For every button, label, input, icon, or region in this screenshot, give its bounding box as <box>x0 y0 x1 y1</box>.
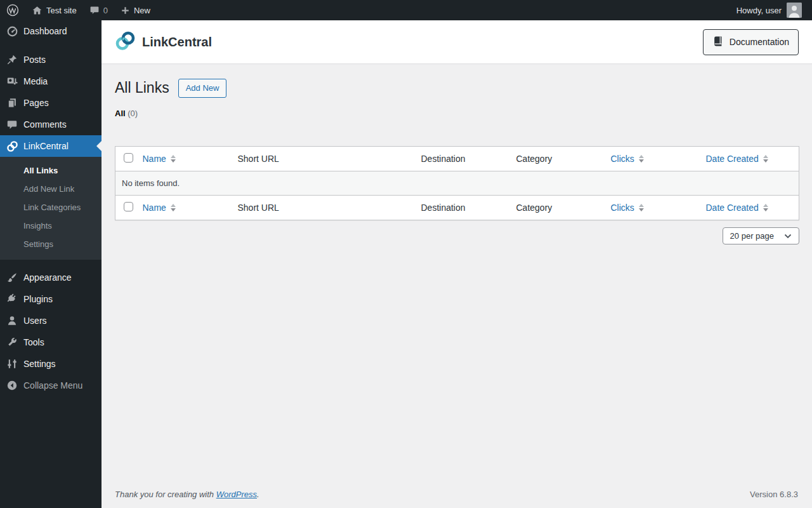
sidebar-item-posts[interactable]: Posts <box>0 49 102 70</box>
table-head: Name Short URL Destination Category Clic… <box>115 147 799 171</box>
column-category: Category <box>510 196 605 220</box>
sort-arrows-icon <box>171 204 176 211</box>
admin-bar: Test site 0 New Howdy, user <box>0 0 812 20</box>
menu-separator <box>0 260 102 267</box>
wordpress-link[interactable]: WordPress <box>216 490 257 499</box>
new-label: New <box>134 6 150 15</box>
submenu-item-link-categories[interactable]: Link Categories <box>0 198 102 217</box>
sort-arrows-icon <box>763 204 768 211</box>
sidebar-item-users[interactable]: Users <box>0 310 102 331</box>
sidebar-item-label: Media <box>23 76 48 86</box>
sidebar-item-label: Comments <box>23 119 67 130</box>
sidebar-item-appearance[interactable]: Appearance <box>0 267 102 288</box>
sidebar-item-plugins[interactable]: Plugins <box>0 288 102 310</box>
site-name-link[interactable]: Test site <box>25 0 83 20</box>
select-all-checkbox[interactable] <box>124 153 133 163</box>
links-table: Name Short URL Destination Category Clic… <box>115 146 799 220</box>
select-all-checkbox-bottom[interactable] <box>124 202 133 211</box>
column-destination: Destination <box>415 196 510 220</box>
sidebar-item-media[interactable]: Media <box>0 70 102 92</box>
sidebar-item-linkcentral[interactable]: LinkCentral <box>0 135 102 157</box>
column-name: Name <box>136 147 232 171</box>
filter-row: All (0) <box>115 109 799 118</box>
no-items-message: No items found. <box>115 171 799 196</box>
table-body: No items found. <box>115 171 799 196</box>
column-clicks: Clicks <box>605 147 700 171</box>
linkcentral-icon <box>6 140 18 152</box>
pagination-row: 20 per page <box>115 227 799 244</box>
avatar <box>787 3 802 18</box>
documentation-button[interactable]: Documentation <box>703 29 799 55</box>
submenu-item-settings[interactable]: Settings <box>0 235 102 253</box>
paintbrush-icon <box>6 271 18 284</box>
documentation-label: Documentation <box>730 37 789 47</box>
sidebar-item-tools[interactable]: Tools <box>0 331 102 353</box>
wordpress-menu-button[interactable] <box>0 0 25 20</box>
sidebar-item-label: Settings <box>23 359 56 369</box>
home-icon <box>32 5 43 16</box>
chevron-down-icon <box>784 231 792 241</box>
column-date-created: Date Created <box>700 147 799 171</box>
plugin-brand: LinkCentral <box>115 30 212 54</box>
page-footer: Thank you for creating with WordPress. V… <box>102 490 812 508</box>
select-all-cell <box>115 196 136 220</box>
sort-by-name-link[interactable]: Name <box>143 203 176 213</box>
per-page-select[interactable]: 20 per page <box>723 227 799 244</box>
plug-icon <box>6 293 18 305</box>
submenu-item-insights[interactable]: Insights <box>0 217 102 235</box>
column-destination: Destination <box>415 147 510 171</box>
howdy-text: Howdy, user <box>737 6 782 15</box>
footer-header-row: Name Short URL Destination Category Clic… <box>115 196 799 220</box>
column-short-url: Short URL <box>232 147 415 171</box>
collapse-arrow-icon <box>6 379 18 392</box>
media-icon <box>6 75 18 88</box>
footer-thanks: Thank you for creating with WordPress. <box>115 490 259 499</box>
sidebar-item-label: LinkCentral <box>23 141 69 151</box>
submenu-item-add-new-link[interactable]: Add New Link <box>0 180 102 198</box>
sidebar-item-dashboard[interactable]: Dashboard <box>0 20 102 42</box>
column-short-url: Short URL <box>232 196 415 220</box>
sort-by-name-link[interactable]: Name <box>143 154 176 164</box>
sidebar-item-pages[interactable]: Pages <box>0 92 102 114</box>
add-new-button[interactable]: Add New <box>178 79 227 98</box>
sort-by-date-link[interactable]: Date Created <box>706 203 768 213</box>
sidebar-item-label: Posts <box>23 55 46 65</box>
comments-link[interactable]: 0 <box>83 0 114 20</box>
sidebar-item-label: Pages <box>23 98 49 108</box>
sort-arrows-icon <box>171 155 176 163</box>
sort-by-clicks-link[interactable]: Clicks <box>611 154 644 164</box>
sort-by-date-link[interactable]: Date Created <box>706 154 768 164</box>
plugin-title: LinkCentral <box>142 35 212 50</box>
content-area: LinkCentral Documentation All Links Add … <box>102 20 812 508</box>
sidebar-item-label: Users <box>23 316 47 326</box>
sidebar-item-comments[interactable]: Comments <box>0 114 102 135</box>
new-content-link[interactable]: New <box>114 0 157 20</box>
header-row: Name Short URL Destination Category Clic… <box>115 147 799 171</box>
sort-arrows-icon <box>639 204 644 211</box>
no-items-row: No items found. <box>115 171 799 196</box>
sidebar-item-settings[interactable]: Settings <box>0 353 102 375</box>
wrench-icon <box>6 336 18 349</box>
user-icon <box>6 314 18 327</box>
sort-by-clicks-link[interactable]: Clicks <box>611 203 644 213</box>
admin-bar-left: Test site 0 New <box>0 0 157 20</box>
sidebar-item-label: Dashboard <box>23 26 67 36</box>
per-page-value: 20 per page <box>730 231 774 241</box>
plugin-header: LinkCentral Documentation <box>102 20 812 64</box>
column-category: Category <box>510 147 605 171</box>
account-link[interactable]: Howdy, user <box>731 3 807 18</box>
submenu-item-all-links[interactable]: All Links <box>0 161 102 180</box>
site-name: Test site <box>46 6 77 15</box>
sidebar-item-label: Plugins <box>23 294 53 304</box>
menu-separator <box>0 42 102 49</box>
table-foot: Name Short URL Destination Category Clic… <box>115 196 799 220</box>
comments-count: 0 <box>103 6 108 15</box>
page-body: All Links Add New All (0) Name Short URL… <box>102 64 812 490</box>
version-text: Version 6.8.3 <box>750 490 798 499</box>
collapse-menu-button[interactable]: Collapse Menu <box>0 375 102 396</box>
column-date-created: Date Created <box>700 196 799 220</box>
sidebar-item-label: Collapse Menu <box>23 380 82 391</box>
sort-arrows-icon <box>763 155 768 163</box>
filter-all-link[interactable]: All (0) <box>115 109 138 118</box>
linkcentral-logo-icon <box>115 30 136 54</box>
